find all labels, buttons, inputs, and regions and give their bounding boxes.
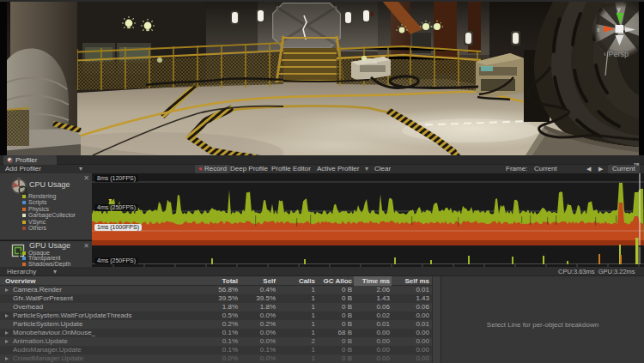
- svg-text:‹ Persp: ‹ Persp: [604, 50, 629, 58]
- svg-text:y: y: [617, 6, 621, 13]
